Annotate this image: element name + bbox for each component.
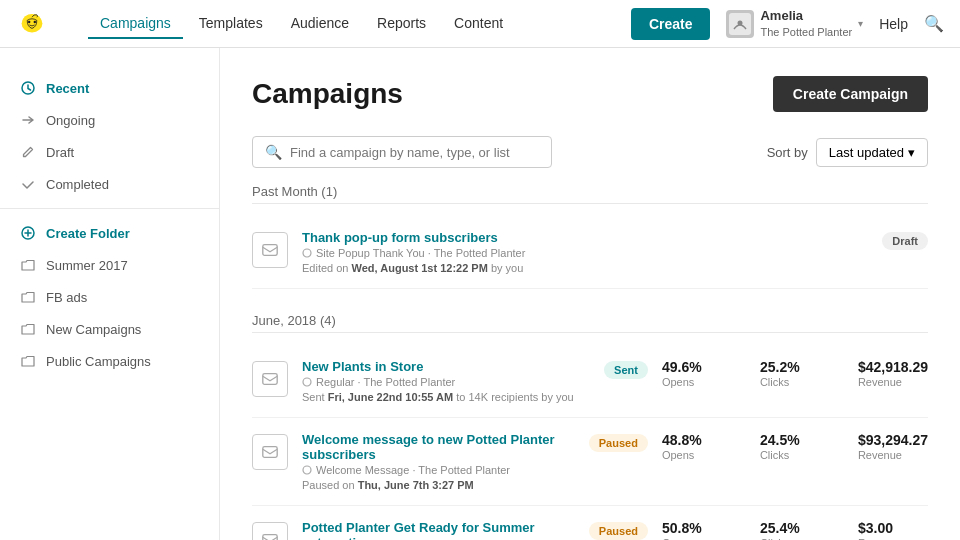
create-button[interactable]: Create	[631, 8, 711, 40]
campaign-type-icon	[252, 361, 288, 397]
status-badge: Draft	[882, 232, 928, 250]
page-title: Campaigns	[252, 78, 403, 110]
stat-value: $42,918.29	[858, 359, 928, 375]
stat-value: 49.6%	[662, 359, 732, 375]
campaign-name[interactable]: Thank pop-up form subscribers	[302, 230, 498, 245]
stat-label: Revenue	[858, 449, 928, 461]
svg-rect-10	[263, 374, 277, 385]
stat-block: 25.2% Clicks	[760, 359, 830, 388]
folder-summer2017-label: Summer 2017	[46, 258, 128, 273]
stat-block: $3.00 Revenue	[858, 520, 928, 540]
check-icon	[20, 176, 36, 192]
campaign-row: Welcome message to new Potted Planter su…	[252, 418, 928, 506]
user-menu[interactable]: Amelia The Potted Planter ▾	[726, 8, 863, 39]
folder-publiccampaigns-label: Public Campaigns	[46, 354, 151, 369]
stat-label: Clicks	[760, 376, 830, 388]
sort-value: Last updated	[829, 145, 904, 160]
sidebar-ongoing-label: Ongoing	[46, 113, 95, 128]
campaign-row: Thank pop-up form subscribers Site Popup…	[252, 216, 928, 289]
sort-button[interactable]: Last updated ▾	[816, 138, 928, 167]
help-link[interactable]: Help	[879, 16, 908, 32]
create-campaign-button[interactable]: Create Campaign	[773, 76, 928, 112]
campaign-stats: 49.6% Opens25.2% Clicks$42,918.29 Revenu…	[662, 359, 928, 388]
campaign-info: Potted Planter Get Ready for Summer auto…	[302, 520, 575, 540]
campaign-section-past-month: Past Month (1) Thank pop-up form subscri…	[252, 184, 928, 289]
nav-reports[interactable]: Reports	[365, 9, 438, 39]
sidebar-draft-label: Draft	[46, 145, 74, 160]
stat-value: 25.2%	[760, 359, 830, 375]
sidebar-folder-publiccampaigns[interactable]: Public Campaigns	[0, 345, 219, 377]
status-badge: Paused	[589, 434, 648, 452]
search-input[interactable]	[290, 145, 539, 160]
campaign-type-icon	[252, 434, 288, 470]
campaign-sub: Regular · The Potted Planter	[302, 376, 590, 388]
campaign-stats: 48.8% Opens24.5% Clicks$93,294.27 Revenu…	[662, 432, 928, 461]
nav-right: Create Amelia The Potted Planter ▾ Help …	[631, 8, 944, 40]
sidebar-item-completed[interactable]: Completed	[0, 168, 219, 200]
campaign-name[interactable]: Welcome message to new Potted Planter su…	[302, 432, 555, 462]
pencil-icon	[20, 144, 36, 160]
sidebar-create-folder[interactable]: Create Folder	[0, 217, 219, 249]
stat-value: 25.4%	[760, 520, 830, 536]
folder-icon	[20, 353, 36, 369]
campaign-row: New Plants in Store Regular · The Potted…	[252, 345, 928, 418]
svg-point-2	[28, 21, 30, 23]
status-badge: Paused	[589, 522, 648, 540]
sort-row: Sort by Last updated ▾	[767, 138, 928, 167]
stat-block: $93,294.27 Revenue	[858, 432, 928, 461]
stat-label: Opens	[662, 376, 732, 388]
sort-chevron-icon: ▾	[908, 145, 915, 160]
page-header: Campaigns Create Campaign	[252, 76, 928, 112]
campaign-sub: Welcome Message · The Potted Planter	[302, 464, 575, 476]
sort-label: Sort by	[767, 145, 808, 160]
stat-value: $3.00	[858, 520, 928, 536]
sidebar-folder-fbads[interactable]: FB ads	[0, 281, 219, 313]
logo[interactable]	[16, 6, 68, 41]
campaign-type-icon	[252, 522, 288, 540]
campaign-edited: Edited on Wed, August 1st 12:22 PM by yo…	[302, 262, 868, 274]
sidebar-item-draft[interactable]: Draft	[0, 136, 219, 168]
nav-links: Campaigns Templates Audience Reports Con…	[88, 9, 515, 39]
nav-audience[interactable]: Audience	[279, 9, 361, 39]
sidebar-recent-label: Recent	[46, 81, 89, 96]
stat-block: 25.4% Clicks	[760, 520, 830, 540]
stat-value: 50.8%	[662, 520, 732, 536]
search-icon[interactable]: 🔍	[924, 14, 944, 33]
campaign-name[interactable]: Potted Planter Get Ready for Summer auto…	[302, 520, 535, 540]
stat-label: Opens	[662, 449, 732, 461]
svg-point-9	[303, 249, 311, 257]
stat-label: Clicks	[760, 449, 830, 461]
nav-templates[interactable]: Templates	[187, 9, 275, 39]
search-sort-row: 🔍 Sort by Last updated ▾	[252, 136, 928, 168]
sidebar-folder-summer2017[interactable]: Summer 2017	[0, 249, 219, 281]
top-nav: Campaigns Templates Audience Reports Con…	[0, 0, 960, 48]
section-header: June, 2018 (4)	[252, 313, 928, 333]
svg-point-3	[34, 21, 36, 23]
clock-icon	[20, 80, 36, 96]
main-content: Campaigns Create Campaign 🔍 Sort by Last…	[220, 48, 960, 540]
folder-newcampaigns-label: New Campaigns	[46, 322, 141, 337]
plus-circle-icon	[20, 225, 36, 241]
stat-value: 24.5%	[760, 432, 830, 448]
sidebar-folder-newcampaigns[interactable]: New Campaigns	[0, 313, 219, 345]
create-folder-label: Create Folder	[46, 226, 130, 241]
search-box[interactable]: 🔍	[252, 136, 552, 168]
svg-rect-8	[263, 245, 277, 256]
arrow-right-icon	[20, 112, 36, 128]
stat-block: 49.6% Opens	[662, 359, 732, 388]
nav-content[interactable]: Content	[442, 9, 515, 39]
campaign-name[interactable]: New Plants in Store	[302, 359, 423, 374]
stat-block: 50.8% Opens	[662, 520, 732, 540]
campaign-edited: Sent Fri, June 22nd 10:55 AM to 14K reci…	[302, 391, 590, 403]
campaign-info: Welcome message to new Potted Planter su…	[302, 432, 575, 491]
sidebar-divider	[0, 208, 219, 209]
stat-value: $93,294.27	[858, 432, 928, 448]
nav-campaigns[interactable]: Campaigns	[88, 9, 183, 39]
sidebar-item-ongoing[interactable]: Ongoing	[0, 104, 219, 136]
folder-icon	[20, 321, 36, 337]
user-name: Amelia	[760, 8, 852, 25]
user-org: The Potted Planter	[760, 25, 852, 39]
sidebar-item-recent[interactable]: Recent	[0, 72, 219, 104]
svg-point-5	[738, 20, 743, 25]
stat-label: Revenue	[858, 376, 928, 388]
